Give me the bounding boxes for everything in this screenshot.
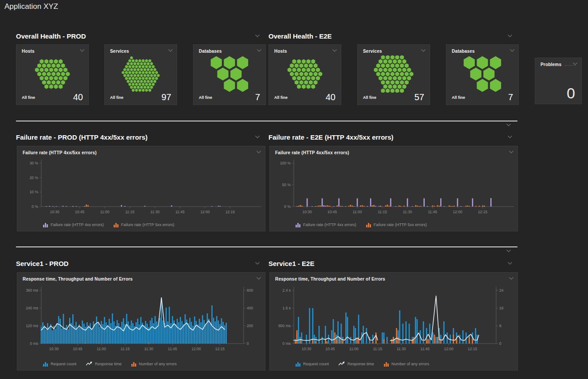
- hexagon-cell[interactable]: [374, 67, 378, 72]
- hexagon-cell[interactable]: [400, 72, 404, 76]
- hexagon-cell[interactable]: [398, 76, 402, 80]
- hexagon-cell[interactable]: [130, 80, 133, 83]
- legend-item[interactable]: Response time: [86, 361, 122, 367]
- hexagon-cell[interactable]: [127, 80, 130, 83]
- legend-item[interactable]: Number of any errors: [384, 361, 429, 367]
- chevron-down-icon[interactable]: [572, 62, 578, 66]
- hexagon-cell[interactable]: [307, 59, 311, 64]
- hexagon-cell[interactable]: [140, 68, 143, 71]
- hexagon-cell[interactable]: [42, 72, 46, 76]
- hexagon-cell[interactable]: [311, 76, 315, 80]
- chevron-down-icon[interactable]: [79, 49, 85, 52]
- hexagon-cell[interactable]: [49, 76, 53, 80]
- hexagon-cell[interactable]: [149, 83, 151, 86]
- hexagon-cell[interactable]: [149, 71, 151, 74]
- hexagon-cell[interactable]: [407, 67, 411, 72]
- hexagon-cell[interactable]: [316, 67, 320, 72]
- chart-canvas[interactable]: 0 ms120 ms240 ms360 ms020040060010:3010:…: [19, 283, 263, 355]
- hexagon-cell[interactable]: [40, 59, 44, 64]
- hexagon-cell[interactable]: [395, 72, 399, 76]
- hexagon-cell[interactable]: [477, 79, 488, 92]
- hexagon-cell[interactable]: [398, 84, 402, 89]
- hexagon-cell[interactable]: [400, 63, 404, 68]
- hexagon-cell[interactable]: [140, 80, 143, 83]
- hexagon-cell[interactable]: [49, 59, 53, 64]
- hexagon-cell[interactable]: [134, 80, 136, 83]
- health-tile-hosts[interactable]: HostsAll fine40: [268, 44, 341, 105]
- hexagon-cell[interactable]: [224, 79, 235, 92]
- hexagon-cell[interactable]: [490, 56, 501, 69]
- hexagon-cell[interactable]: [56, 72, 60, 76]
- hexagon-cell[interactable]: [157, 74, 159, 77]
- hexagon-cell[interactable]: [37, 63, 41, 68]
- hexagon-cell[interactable]: [137, 80, 139, 83]
- legend-item[interactable]: Failure rate (HTTP 5xx errors): [366, 222, 427, 227]
- hexagon-cell[interactable]: [292, 76, 296, 80]
- hexagon-cell[interactable]: [125, 77, 128, 80]
- hexagon-cell[interactable]: [152, 77, 154, 80]
- hexagon-cell[interactable]: [137, 74, 139, 77]
- hexagon-cell[interactable]: [130, 62, 133, 65]
- legend-item[interactable]: Failure rate (HTTP 5xx errors): [114, 222, 174, 227]
- legend-item[interactable]: Failure rate (HTTP 4xx errors): [296, 222, 356, 227]
- hexagon-cell[interactable]: [292, 67, 296, 72]
- hexagon-cell[interactable]: [143, 74, 146, 77]
- hexagon-cell[interactable]: [145, 83, 148, 86]
- hexagon-cell[interactable]: [393, 76, 397, 80]
- chevron-down-icon[interactable]: [332, 49, 337, 52]
- hexagon-cell[interactable]: [56, 80, 60, 85]
- hexagon-cell[interactable]: [314, 63, 318, 68]
- hexagon-cell[interactable]: [149, 89, 151, 92]
- hexagon-cell[interactable]: [127, 68, 130, 71]
- health-tile-databases[interactable]: DatabasesAll fine7: [193, 44, 266, 105]
- hexagon-cell[interactable]: [142, 89, 145, 92]
- hexagon-cell[interactable]: [44, 84, 48, 89]
- hexagon-cell[interactable]: [135, 83, 138, 86]
- hexagon-cell[interactable]: [138, 71, 141, 74]
- chevron-down-icon[interactable]: [168, 49, 173, 52]
- hexagon-cell[interactable]: [295, 80, 299, 85]
- hexagon-cell[interactable]: [142, 65, 145, 68]
- hexagon-cell[interactable]: [379, 76, 383, 80]
- hexagon-cell[interactable]: [54, 67, 58, 72]
- hexagon-cell[interactable]: [302, 59, 306, 64]
- hexagon-cell[interactable]: [130, 56, 133, 59]
- hexagon-cell[interactable]: [405, 80, 409, 85]
- hexagon-cell[interactable]: [155, 77, 158, 80]
- hexagon-cell[interactable]: [395, 89, 399, 93]
- hexagon-cell[interactable]: [150, 62, 153, 65]
- hexagon-cell[interactable]: [42, 63, 46, 68]
- hexagon-cell[interactable]: [302, 76, 306, 80]
- hexagon-cell[interactable]: [142, 77, 145, 80]
- hexagon-cell[interactable]: [464, 56, 475, 69]
- hexagon-cell[interactable]: [59, 67, 63, 72]
- hexagon-cell[interactable]: [149, 59, 151, 63]
- chevron-down-icon[interactable]: [256, 277, 261, 280]
- hexagon-cell[interactable]: [297, 59, 301, 64]
- hexagon-cell[interactable]: [132, 71, 134, 74]
- hexagon-cell[interactable]: [300, 63, 304, 68]
- hexagon-cell[interactable]: [403, 67, 406, 72]
- chevron-down-icon[interactable]: [509, 277, 514, 280]
- hexagon-cell[interactable]: [138, 77, 141, 80]
- hexagon-cell[interactable]: [63, 76, 67, 80]
- chevron-down-icon[interactable]: [509, 49, 515, 52]
- hexagon-cell[interactable]: [388, 84, 392, 89]
- hexagon-cell[interactable]: [152, 71, 154, 74]
- hexagon-cell[interactable]: [66, 72, 70, 76]
- legend-item[interactable]: Response time: [339, 361, 374, 367]
- hexagon-cell[interactable]: [398, 67, 402, 72]
- hexagon-cell[interactable]: [304, 63, 308, 68]
- hexagon-cell[interactable]: [138, 65, 141, 68]
- hexagon-cell[interactable]: [407, 76, 411, 80]
- hexagon-cell[interactable]: [391, 89, 395, 93]
- hexagon-cell[interactable]: [140, 74, 143, 77]
- hexagon-cell[interactable]: [393, 59, 397, 64]
- hexagon-cell[interactable]: [145, 71, 148, 74]
- chevron-down-icon[interactable]: [507, 34, 513, 38]
- hexagon-cell[interactable]: [224, 56, 235, 69]
- hexagon-cell[interactable]: [145, 65, 148, 68]
- hexagon-cell[interactable]: [140, 62, 143, 65]
- problems-tile[interactable]: Problems 0: [535, 58, 582, 104]
- hexagon-cell[interactable]: [147, 74, 150, 77]
